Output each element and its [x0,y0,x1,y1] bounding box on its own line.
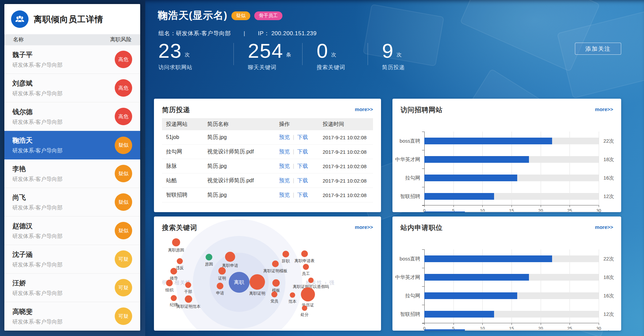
add-follow-button[interactable]: 添加关注 [575,43,621,55]
keyword-bubble [177,258,183,264]
action-separator: | [293,134,294,140]
y-axis-tick [422,249,424,250]
stat-value: 23 [158,41,182,61]
keyword-bubble [225,252,235,262]
y-axis-tick [422,150,424,150]
employee-name: 高晓斐 [12,307,62,316]
bar-track [424,292,599,299]
keyword-bubble-label: 离职原因 [154,247,200,253]
bar-category-label: 51job.com [392,329,420,331]
action-separator: | [293,192,294,198]
stat-visit-job-sites: 23次 访问求职网站 [158,41,229,71]
keyword-bubble [308,278,314,283]
employee-dept: 研发体系-客户导向部 [12,119,62,126]
col-file: 简历名称 [207,121,279,128]
bar-track [424,211,599,212]
employee-name: 沈子涵 [12,250,62,259]
employee-dept: 研发体系-客户导向部 [12,147,62,154]
main-area: 鞠浩天(显示名) 疑似 骨干员工 组名：研发体系-客户导向部 | IP： 200… [145,0,644,336]
employee-row[interactable]: 钱尔德研发体系-客户导向部高危 [4,102,140,131]
x-axis-line [422,205,599,205]
bar [424,255,552,262]
employee-row[interactable]: 鞠浩天研发体系-客户导向部疑似 [4,131,140,159]
stat-unit: 次 [396,52,401,58]
resume-time: 2017-9-21 10:02:08 [323,149,373,155]
employee-row[interactable]: 尚飞研发体系-客户导向部疑似 [4,188,140,217]
visited-sites-panel: 访问招聘网站 more>> 051015202530boss直聘22次中华英才网… [392,99,621,212]
more-link[interactable]: more>> [355,224,373,230]
employee-row[interactable]: 赵德汉研发体系-客户导向部疑似 [4,217,140,245]
x-axis-line [422,323,599,323]
axis-tick [599,205,599,207]
keyword-bubble [185,295,192,303]
risk-badge: 可疑 [115,250,132,268]
employee-name: 李艳 [12,164,62,174]
resume-row: 脉脉简历.jpg预览|下载2017-9-21 10:02:08 [162,159,373,174]
download-link[interactable]: 下载 [297,178,308,183]
risk-badge: 疑似 [115,137,132,154]
panel-title: 简历投递 [162,105,190,114]
preview-link[interactable]: 预览 [279,192,290,198]
employee-name: 魏子平 [12,50,62,59]
bar-value-label: 12次 [603,193,614,200]
keyword-bubble [172,238,180,246]
employee-row[interactable]: 汪娇研发体系-客户导向部可疑 [4,274,140,302]
resume-table-body: 51job简历.jpg预览|下载2017-9-21 10:02:08拉勾网视觉设… [162,130,373,202]
keyword-bubble-label: 处分 [281,312,328,318]
employee-name: 汪娇 [12,279,62,288]
download-link[interactable]: 下载 [297,149,308,154]
preview-link[interactable]: 预览 [279,134,290,140]
stat-unit: 次 [185,52,190,58]
bar-value-label: 16次 [603,292,614,299]
stat-label: 聊天关键词 [248,64,288,71]
employee-row[interactable]: 李艳研发体系-客户导向部疑似 [4,159,140,188]
axis-tick [599,323,599,325]
keyword-bubble-label: 学历证 [284,302,331,308]
employee-row[interactable]: 刘彦斌研发体系-客户导向部高危 [4,74,140,102]
employee-name: 尚飞 [12,193,62,202]
employee-row[interactable]: 魏子平研发体系-客户导向部高危 [4,45,140,74]
preview-link[interactable]: 预览 [279,149,290,154]
preview-link[interactable]: 预览 [279,178,290,183]
y-axis-tick [422,205,424,206]
stat-label: 简历投递 [382,64,422,71]
column-risk-label: 离职风险 [110,36,131,43]
download-link[interactable]: 下载 [297,163,308,169]
stat-divider [233,43,234,65]
resume-file: 视觉设计师简历.pdf [207,148,279,155]
column-name-label: 名称 [13,36,24,43]
bar-track [424,156,599,163]
keyword-bubble [170,268,177,275]
keyword-bubble [218,267,226,275]
keyword-bubble [302,305,307,311]
resume-time: 2017-9-21 10:02:08 [323,135,373,140]
risk-badge: 可疑 [115,307,132,325]
download-link[interactable]: 下载 [297,192,308,198]
bar-value-label: 16次 [603,175,614,181]
employee-row[interactable]: 高晓斐研发体系-客户导向部可疑 [4,302,140,331]
gridline [599,132,599,205]
employee-meta-row: 组名：研发体系-客户导向部 | IP： 200.200.151.239 [158,30,317,37]
preview-link[interactable]: 预览 [279,163,290,169]
bar-track [424,329,599,331]
employee-text: 鞠浩天研发体系-客户导向部 [12,136,62,154]
more-link[interactable]: more>> [355,106,373,112]
keyword-bubble [171,295,177,301]
resume-file: 简历.jpg [207,134,279,141]
employee-dept: 研发体系-客户导向部 [12,319,62,326]
employee-row[interactable]: 沈子涵研发体系-客户导向部可疑 [4,245,140,274]
download-link[interactable]: 下载 [297,134,308,140]
bar-track [424,138,599,144]
stat-label: 访问求职网站 [158,64,219,71]
y-axis-tick [422,132,424,132]
bar [424,274,529,281]
bar-category-label: 拉勾网 [392,175,420,181]
stat-unit: 次 [331,52,336,58]
suspect-badge: 疑似 [231,11,250,20]
bar-value-label: 7次 [603,211,611,212]
employee-dept: 研发体系-客户导向部 [12,204,62,211]
employee-dept: 研发体系-客户导向部 [12,90,62,97]
resume-file: 简历.jpg [207,192,279,199]
applied-positions-panel: 站内申请职位 more>> 051015202530boss直聘22次中华英才网… [392,217,621,331]
stats-row: 23次 访问求职网站 254条 聊天关键词 0次 搜索关键词 9次 简历投递 [158,41,432,71]
